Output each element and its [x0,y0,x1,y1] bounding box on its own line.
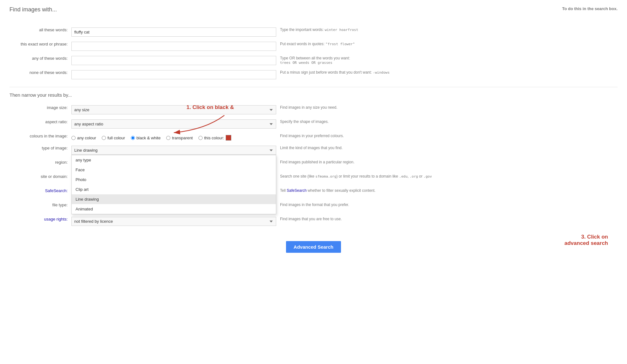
colour-specific-radio[interactable] [198,136,203,140]
colour-specific-option[interactable]: this colour: [198,135,231,141]
safesearch-link[interactable]: SafeSearch [287,188,307,193]
image-size-select[interactable]: any size large medium icon [71,105,276,114]
type-label: type of image: [42,146,68,150]
type-dropdown-container: any type Face Photo Clip art Line drawin… [71,146,276,155]
type-option-clipart[interactable]: Clip art [72,185,276,194]
filetype-hint: Find images in the format that you prefe… [280,203,349,207]
usage-hint: Find images that you are free to use. [280,217,342,221]
page-title: Find images with... [9,6,57,13]
colour-full-option[interactable]: full colour [102,136,125,140]
colour-bw-option[interactable]: black & white [131,136,161,140]
colour-row: colours in the image: any colour full co… [9,131,618,143]
filetype-label: file type: [52,203,68,207]
usage-row: usage rights: not filtered by licence fr… [9,214,618,228]
type-option-animated[interactable]: Animated [72,204,276,214]
none-words-row: none of these words: Put a minus sign ju… [9,68,618,82]
any-words-input[interactable] [71,56,276,65]
colour-specific-label: this colour: [204,136,224,140]
colour-options: any colour full colour black & white [71,134,276,141]
all-words-input[interactable] [71,27,276,37]
colour-any-radio[interactable] [71,136,76,140]
colour-bw-radio[interactable] [131,136,135,140]
image-size-hint: Find images in any size you need. [280,105,337,110]
aspect-ratio-row: aspect ratio: any aspect ratio tall squa… [9,117,618,131]
aspect-ratio-select[interactable]: any aspect ratio tall square wide panora… [71,119,276,129]
all-words-hint: Type the important words: winter hoarfro… [280,27,358,32]
site-label: site or domain: [41,174,68,179]
colour-label: colours in the image: [30,134,68,138]
exact-phrase-row: this exact word or phrase: Put exact wor… [9,39,618,53]
aspect-ratio-label: aspect ratio: [45,119,68,124]
usage-label[interactable]: usage rights: [44,217,68,221]
safesearch-label[interactable]: SafeSearch: [45,188,68,193]
aspect-ratio-hint: Specify the shape of images. [280,119,329,124]
any-words-label: any of these words: [32,56,68,61]
type-option-any[interactable]: any type [72,155,276,165]
region-hint: Find images published in a particular re… [280,160,354,164]
image-size-row: image size: any size large medium icon F… [9,103,618,117]
site-hint: Search one site (like sfmoma.org) or lim… [280,174,432,179]
colour-transparent-radio[interactable] [166,136,170,140]
colour-full-radio[interactable] [102,136,106,140]
colour-transparent-option[interactable]: transparent [166,136,193,140]
none-words-input[interactable] [71,70,276,79]
region-label: region: [55,160,68,165]
type-option-face[interactable]: Face [72,165,276,175]
type-hint: Limit the kind of images that you find. [280,146,343,150]
image-size-label: image size: [47,105,68,110]
type-select[interactable]: any type Face Photo Clip art Line drawin… [71,146,276,155]
type-row: type of image: any type Face Photo Clip … [9,143,618,157]
colour-any-option[interactable]: any colour [71,136,96,140]
colour-full-label: full colour [107,136,125,140]
exact-phrase-input[interactable] [71,42,276,51]
any-words-row: any of these words: Type OR between all … [9,53,618,68]
all-words-row: all these words: Type the important word… [9,25,618,39]
narrow-form: image size: any size large medium icon F… [9,103,618,228]
usage-select[interactable]: not filtered by licence free to use or s… [71,217,276,226]
colour-bw-label: black & white [137,136,161,140]
colour-any-label: any colour [77,136,96,140]
any-words-hint: Type OR between all the words you want:t… [280,56,350,65]
type-dropdown-menu: any type Face Photo Clip art Line drawin… [71,155,276,214]
exact-phrase-hint: Put exact words in quotes: "frost flower… [280,42,355,46]
narrow-section-title: Then narrow your results by... [9,92,618,98]
all-words-label: all these words: [39,27,68,32]
colour-hint: Find images in your preferred colours. [280,134,344,138]
type-option-photo[interactable]: Photo [72,175,276,185]
safesearch-hint: Tell SafeSearch whether to filter sexual… [280,188,375,193]
type-option-linedrawing[interactable]: Line drawing [72,194,276,204]
none-words-hint: Put a minus sign just before words that … [280,70,390,75]
colour-swatch[interactable] [226,135,231,141]
exact-phrase-label: this exact word or phrase: [21,42,68,46]
none-words-label: none of these words: [29,70,68,75]
colour-transparent-label: transparent [172,136,193,140]
advanced-search-button[interactable]: Advanced Search [286,241,341,253]
search-form: all these words: Type the important word… [9,25,618,82]
to-do-header: To do this in the search box. [562,6,618,11]
